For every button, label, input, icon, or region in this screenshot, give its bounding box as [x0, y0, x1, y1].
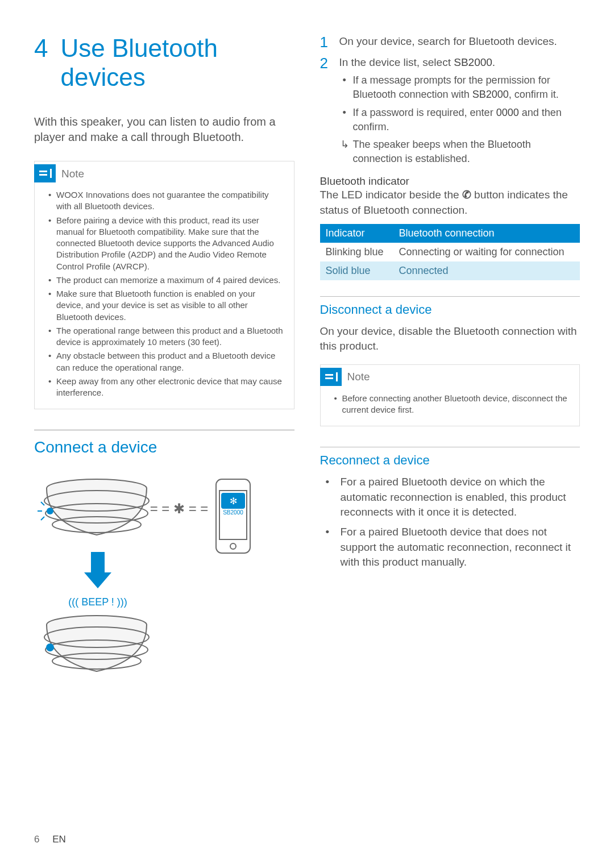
phone-icon: ✆	[462, 188, 471, 203]
note-icon	[320, 368, 342, 386]
svg-point-20	[46, 643, 54, 651]
svg-line-7	[41, 517, 44, 520]
step-text-bold: SB2000	[454, 56, 492, 68]
note-item: Any obstacle between this product and a …	[48, 350, 285, 373]
chapter-number: 4	[34, 34, 48, 92]
svg-line-6	[41, 502, 44, 505]
step-text: On your device, search for Bluetooth dev…	[339, 34, 557, 51]
step-text-pre: In the device list, select	[339, 56, 454, 68]
note-list-1: WOOX Innovations does not guarantee the …	[35, 186, 294, 409]
note-box-1: Note WOOX Innovations does not guarantee…	[34, 161, 294, 409]
svg-text:✻: ✻	[230, 496, 237, 506]
disconnect-heading: Disconnect a device	[320, 296, 580, 317]
note-icon	[34, 164, 56, 182]
chapter-title-text: Use Bluetooth devices	[60, 34, 294, 92]
note-item: Keep away from any other electronic devi…	[48, 376, 285, 399]
svg-text:= = ✱ = =: = = ✱ = =	[150, 501, 209, 516]
intro-paragraph: With this speaker, you can listen to aud…	[34, 114, 294, 145]
step-2-sublist: If a message prompts for the permission …	[339, 73, 580, 166]
note-item: The operational range between this produ…	[48, 325, 285, 348]
beep-label: ((( BEEP ! )))	[68, 596, 127, 608]
chapter-title: 4 Use Bluetooth devices	[34, 34, 294, 92]
note-item: Make sure that Bluetooth function is ena…	[48, 288, 285, 323]
disconnect-text: On your device, disable the Bluetooth co…	[320, 324, 580, 354]
bt-indicator-heading: Bluetooth indicator	[320, 175, 580, 188]
note-item: Before connecting another Bluetooth devi…	[334, 393, 571, 416]
page-footer: 6 EN	[34, 834, 66, 845]
table-row: Solid blue Connected	[320, 261, 580, 280]
table-header: Bluetooth connection	[393, 224, 580, 243]
note-list-2: Before connecting another Bluetooth devi…	[321, 389, 580, 426]
svg-marker-15	[84, 572, 111, 588]
step-number: 2	[320, 55, 331, 170]
indicator-table: Indicator Bluetooth connection Blinking …	[320, 224, 580, 280]
note-item: Before pairing a device with this produc…	[48, 215, 285, 272]
bt-indicator-desc: The LED indicator beside the ✆ button in…	[320, 188, 580, 218]
note-box-2: Note Before connecting another Bluetooth…	[320, 364, 580, 427]
connect-diagram: = = ✱ = = ✻ SB2000 ((( BEEP ! )))	[34, 467, 294, 705]
step-text-post: .	[492, 56, 495, 68]
connect-heading: Connect a device	[34, 430, 294, 456]
note-item: WOOX Innovations does not guarantee the …	[48, 189, 285, 213]
svg-rect-14	[91, 552, 105, 572]
step-number: 1	[320, 34, 331, 51]
phone-label: SB2000	[223, 509, 243, 516]
page-number: 6	[34, 834, 39, 845]
svg-point-4	[47, 508, 53, 514]
connect-steps: 1 On your device, search for Bluetooth d…	[320, 34, 580, 169]
sub-item-result: The speaker beeps when the Bluetooth con…	[339, 138, 580, 166]
sub-item: If a password is required, enter 0000 an…	[339, 106, 580, 134]
note-label: Note	[347, 371, 370, 383]
note-item: The product can memorize a maximum of 4 …	[48, 275, 285, 286]
list-item: For a paired Bluetooth device that does …	[320, 525, 580, 570]
reconnect-list: For a paired Bluetooth device on which t…	[320, 475, 580, 570]
step-1: 1 On your device, search for Bluetooth d…	[320, 34, 580, 51]
table-row: Blinking blue Connecting or waiting for …	[320, 243, 580, 261]
note-label: Note	[61, 168, 84, 180]
table-header: Indicator	[320, 224, 393, 243]
speaker-diagram-svg: = = ✱ = = ✻ SB2000 ((( BEEP ! )))	[34, 467, 256, 705]
reconnect-heading: Reconnect a device	[320, 447, 580, 468]
step-2: 2 In the device list, select SB2000. If …	[320, 55, 580, 170]
list-item: For a paired Bluetooth device on which t…	[320, 475, 580, 520]
page-language: EN	[52, 834, 66, 845]
sub-item: If a message prompts for the permission …	[339, 73, 580, 102]
